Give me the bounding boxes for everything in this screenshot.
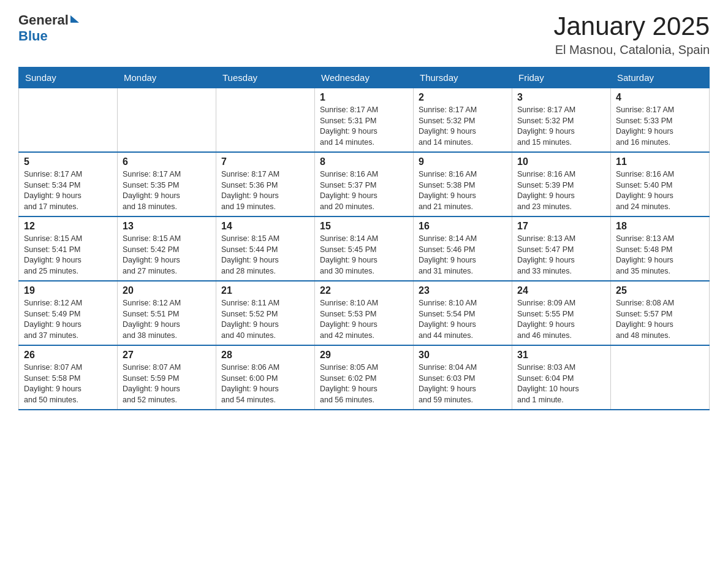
day-number: 14 (221, 221, 309, 232)
day-info: Sunrise: 8:14 AMSunset: 5:45 PMDaylight:… (320, 234, 408, 277)
day-cell: 1Sunrise: 8:17 AMSunset: 5:31 PMDaylight… (315, 88, 414, 153)
day-number: 6 (123, 156, 211, 167)
day-number: 11 (616, 156, 704, 167)
day-number: 16 (419, 221, 507, 232)
day-info: Sunrise: 8:07 AMSunset: 5:59 PMDaylight:… (123, 362, 211, 405)
day-number: 18 (616, 221, 704, 232)
day-number: 28 (221, 350, 309, 361)
day-number: 3 (517, 92, 605, 103)
day-cell: 13Sunrise: 8:15 AMSunset: 5:42 PMDayligh… (118, 216, 216, 281)
page-header: General Blue January 2025 El Masnou, Cat… (18, 12, 710, 57)
day-number: 2 (419, 92, 507, 103)
calendar-table: SundayMondayTuesdayWednesdayThursdayFrid… (18, 67, 710, 410)
page-subtitle: El Masnou, Catalonia, Spain (553, 43, 710, 57)
day-info: Sunrise: 8:12 AMSunset: 5:51 PMDaylight:… (123, 298, 211, 341)
day-number: 23 (419, 285, 507, 296)
header-friday: Friday (512, 67, 611, 88)
day-cell: 19Sunrise: 8:12 AMSunset: 5:49 PMDayligh… (19, 281, 118, 345)
header-saturday: Saturday (611, 67, 710, 88)
day-info: Sunrise: 8:09 AMSunset: 5:55 PMDaylight:… (517, 298, 605, 341)
header-wednesday: Wednesday (315, 67, 414, 88)
calendar-header-row: SundayMondayTuesdayWednesdayThursdayFrid… (19, 67, 710, 88)
day-cell: 20Sunrise: 8:12 AMSunset: 5:51 PMDayligh… (118, 281, 216, 345)
day-cell: 27Sunrise: 8:07 AMSunset: 5:59 PMDayligh… (118, 345, 216, 410)
header-thursday: Thursday (414, 67, 512, 88)
day-cell: 23Sunrise: 8:10 AMSunset: 5:54 PMDayligh… (414, 281, 512, 345)
day-cell: 7Sunrise: 8:17 AMSunset: 5:36 PMDaylight… (216, 152, 315, 216)
day-info: Sunrise: 8:14 AMSunset: 5:46 PMDaylight:… (419, 234, 507, 277)
day-info: Sunrise: 8:15 AMSunset: 5:44 PMDaylight:… (221, 234, 309, 277)
day-number: 30 (419, 350, 507, 361)
day-cell: 22Sunrise: 8:10 AMSunset: 5:53 PMDayligh… (315, 281, 414, 345)
day-info: Sunrise: 8:10 AMSunset: 5:53 PMDaylight:… (320, 298, 408, 341)
day-number: 21 (221, 285, 309, 296)
logo: General Blue (18, 12, 79, 44)
day-number: 29 (320, 350, 408, 361)
day-number: 26 (24, 350, 112, 361)
day-cell: 8Sunrise: 8:16 AMSunset: 5:37 PMDaylight… (315, 152, 414, 216)
day-cell: 15Sunrise: 8:14 AMSunset: 5:45 PMDayligh… (315, 216, 414, 281)
day-info: Sunrise: 8:17 AMSunset: 5:36 PMDaylight:… (221, 169, 309, 212)
day-info: Sunrise: 8:10 AMSunset: 5:54 PMDaylight:… (419, 298, 507, 341)
day-cell: 31Sunrise: 8:03 AMSunset: 6:04 PMDayligh… (512, 345, 611, 410)
day-cell: 16Sunrise: 8:14 AMSunset: 5:46 PMDayligh… (414, 216, 512, 281)
page-title: January 2025 (553, 12, 710, 40)
day-cell: 25Sunrise: 8:08 AMSunset: 5:57 PMDayligh… (611, 281, 710, 345)
day-cell: 29Sunrise: 8:05 AMSunset: 6:02 PMDayligh… (315, 345, 414, 410)
week-row-3: 12Sunrise: 8:15 AMSunset: 5:41 PMDayligh… (19, 216, 710, 281)
day-info: Sunrise: 8:15 AMSunset: 5:41 PMDaylight:… (24, 234, 112, 277)
day-info: Sunrise: 8:15 AMSunset: 5:42 PMDaylight:… (123, 234, 211, 277)
title-section: January 2025 El Masnou, Catalonia, Spain (553, 12, 710, 57)
day-info: Sunrise: 8:05 AMSunset: 6:02 PMDaylight:… (320, 362, 408, 405)
day-info: Sunrise: 8:16 AMSunset: 5:38 PMDaylight:… (419, 169, 507, 212)
day-cell: 10Sunrise: 8:16 AMSunset: 5:39 PMDayligh… (512, 152, 611, 216)
day-cell: 24Sunrise: 8:09 AMSunset: 5:55 PMDayligh… (512, 281, 611, 345)
day-cell: 28Sunrise: 8:06 AMSunset: 6:00 PMDayligh… (216, 345, 315, 410)
day-cell (611, 345, 710, 410)
week-row-1: 1Sunrise: 8:17 AMSunset: 5:31 PMDaylight… (19, 88, 710, 153)
day-cell: 5Sunrise: 8:17 AMSunset: 5:34 PMDaylight… (19, 152, 118, 216)
day-info: Sunrise: 8:06 AMSunset: 6:00 PMDaylight:… (221, 362, 309, 405)
day-number: 31 (517, 350, 605, 361)
day-info: Sunrise: 8:08 AMSunset: 5:57 PMDaylight:… (616, 298, 704, 341)
day-info: Sunrise: 8:11 AMSunset: 5:52 PMDaylight:… (221, 298, 309, 341)
header-monday: Monday (118, 67, 216, 88)
day-number: 1 (320, 92, 408, 103)
day-number: 5 (24, 156, 112, 167)
day-cell: 11Sunrise: 8:16 AMSunset: 5:40 PMDayligh… (611, 152, 710, 216)
week-row-5: 26Sunrise: 8:07 AMSunset: 5:58 PMDayligh… (19, 345, 710, 410)
day-cell: 26Sunrise: 8:07 AMSunset: 5:58 PMDayligh… (19, 345, 118, 410)
day-info: Sunrise: 8:16 AMSunset: 5:39 PMDaylight:… (517, 169, 605, 212)
day-cell (19, 88, 118, 153)
day-cell: 6Sunrise: 8:17 AMSunset: 5:35 PMDaylight… (118, 152, 216, 216)
day-cell: 12Sunrise: 8:15 AMSunset: 5:41 PMDayligh… (19, 216, 118, 281)
day-number: 10 (517, 156, 605, 167)
day-cell: 21Sunrise: 8:11 AMSunset: 5:52 PMDayligh… (216, 281, 315, 345)
day-cell: 9Sunrise: 8:16 AMSunset: 5:38 PMDaylight… (414, 152, 512, 216)
day-info: Sunrise: 8:03 AMSunset: 6:04 PMDaylight:… (517, 362, 605, 405)
day-number: 22 (320, 285, 408, 296)
day-number: 13 (123, 221, 211, 232)
header-tuesday: Tuesday (216, 67, 315, 88)
day-cell: 18Sunrise: 8:13 AMSunset: 5:48 PMDayligh… (611, 216, 710, 281)
day-number: 4 (616, 92, 704, 103)
day-cell (216, 88, 315, 153)
day-info: Sunrise: 8:13 AMSunset: 5:48 PMDaylight:… (616, 234, 704, 277)
logo-blue: Blue (18, 28, 48, 44)
day-cell: 30Sunrise: 8:04 AMSunset: 6:03 PMDayligh… (414, 345, 512, 410)
day-number: 27 (123, 350, 211, 361)
day-info: Sunrise: 8:17 AMSunset: 5:35 PMDaylight:… (123, 169, 211, 212)
day-number: 12 (24, 221, 112, 232)
day-cell (118, 88, 216, 153)
day-number: 15 (320, 221, 408, 232)
day-info: Sunrise: 8:17 AMSunset: 5:32 PMDaylight:… (419, 105, 507, 148)
day-cell: 14Sunrise: 8:15 AMSunset: 5:44 PMDayligh… (216, 216, 315, 281)
day-info: Sunrise: 8:17 AMSunset: 5:33 PMDaylight:… (616, 105, 704, 148)
day-number: 8 (320, 156, 408, 167)
day-number: 17 (517, 221, 605, 232)
logo-arrow-icon (70, 15, 79, 23)
day-number: 20 (123, 285, 211, 296)
day-info: Sunrise: 8:07 AMSunset: 5:58 PMDaylight:… (24, 362, 112, 405)
week-row-2: 5Sunrise: 8:17 AMSunset: 5:34 PMDaylight… (19, 152, 710, 216)
day-cell: 2Sunrise: 8:17 AMSunset: 5:32 PMDaylight… (414, 88, 512, 153)
